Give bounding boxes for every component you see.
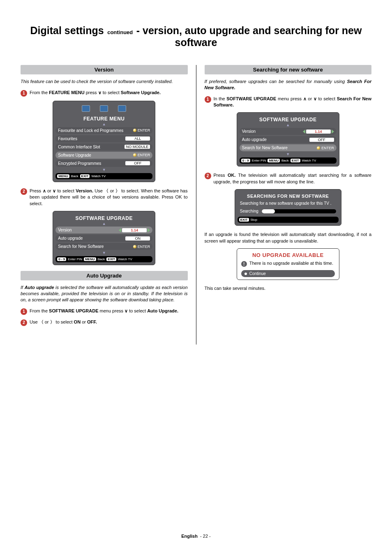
osd-footer: MENUBack EXITWatch TV	[55, 173, 152, 179]
progress-label: Searching	[240, 209, 258, 213]
right-triangle-icon	[332, 130, 334, 134]
osd-value-wrap: 1.14	[119, 228, 150, 232]
tail-text: This can take several minutes.	[205, 286, 372, 291]
exit-key: EXIT	[80, 174, 90, 178]
osd-label: Software Upgrade	[58, 153, 91, 157]
software-upgrade-osd-right: SOFTWARE UPGRADE ▲ Version 1.14 Auto upg…	[237, 112, 339, 166]
osd-row: Search for New SoftwareENTER	[55, 243, 152, 250]
caret-up-icon: ▲	[240, 123, 337, 127]
pin-key: 0 - 9	[57, 257, 66, 261]
osd-row-selected: Software UpgradeENTER	[55, 152, 152, 159]
pin-key: 0 - 9	[241, 159, 250, 162]
menu-key: MENU	[57, 174, 69, 178]
osd-value: ENTER	[133, 128, 150, 132]
txt: or	[81, 319, 87, 324]
progress-row: Searching	[238, 207, 339, 215]
txt: Enter PIN	[252, 159, 266, 162]
txt: ENTER	[321, 146, 334, 150]
step-text: From the FEATURE MENU press ∨ to select …	[30, 90, 188, 97]
txt-bold: FEATURE MENU	[49, 90, 85, 95]
title-part1: Digital settings	[30, 25, 104, 36]
progress-fill	[262, 209, 275, 213]
osd-title: SEARCHING FOR NEW SOFTWARE	[238, 192, 339, 199]
auto-upgrade-header: Auto Upgrade	[21, 271, 188, 280]
osd-label: Favourite and Lock ed Programmes	[58, 128, 123, 133]
continue-row: Continue	[241, 270, 335, 277]
footer-lang: English	[181, 534, 198, 539]
txt: Back	[98, 257, 105, 261]
osd-row: Common Interface SlotNO MODULE	[55, 143, 152, 150]
osd-row: FavouritesALL	[55, 135, 152, 142]
enter-dot-icon	[317, 146, 320, 150]
txt: menu press	[98, 308, 125, 313]
right-column: Searching for new software If prefered, …	[205, 65, 372, 345]
osd-value: OFF	[309, 138, 334, 142]
txt: Back	[281, 159, 289, 162]
txt: press	[85, 90, 98, 95]
step-text: Press ∧ or ∨ to select Version. Use 〈 or…	[30, 188, 188, 207]
feature-menu-osd: FEATURE MENU ▲ Favourite and Lock ed Pro…	[53, 101, 155, 182]
page-title-block: Digital settings continued - version, au…	[21, 25, 371, 49]
txt: In the	[214, 96, 227, 101]
txt: Enter PIN	[68, 257, 82, 261]
left-triangle-icon	[303, 130, 305, 134]
osd-title: SOFTWARE UPGRADE	[55, 214, 152, 222]
txt-bold: OK.	[228, 173, 236, 178]
searching-text: Searching for a new software upgrade for…	[238, 199, 339, 207]
enter-dot-icon	[133, 153, 136, 157]
txt: Use	[93, 188, 104, 193]
txt: ENTER	[138, 153, 150, 157]
caret-down-icon: ▼	[55, 168, 152, 171]
txt: or	[46, 188, 53, 193]
step-badge-1: 1	[21, 90, 27, 97]
osd-value: ENTER	[133, 245, 150, 249]
txt-bold: SOFTWARE UPGRADE	[226, 96, 276, 101]
enter-dot-icon	[133, 129, 136, 132]
txt: Press	[30, 188, 43, 193]
menu-key: MENU	[84, 257, 96, 261]
version-step-1: 1 From the FEATURE MENU press ∨ to selec…	[21, 90, 188, 97]
osd-tab-icon	[118, 105, 126, 112]
caret-down-icon: ▼	[55, 251, 152, 254]
osd-value: 1.14	[122, 228, 147, 232]
osd-icon-row	[55, 104, 152, 114]
title-continued: continued	[107, 29, 133, 35]
osd-footer: EXITStop	[238, 217, 339, 223]
no-upgrade-body: ! There is no upgrade available at this …	[241, 261, 335, 267]
left-column: Version This feature can be used to chec…	[21, 65, 188, 345]
version-header: Version	[21, 65, 188, 74]
step-text: From the SOFTWARE UPGRADE menu press ∨ t…	[30, 308, 188, 315]
exit-key: EXIT	[106, 257, 116, 261]
txt: to select	[55, 319, 74, 324]
search-step-2: 2 Press OK. The television will automati…	[205, 172, 372, 185]
right-arrow-icon: 〉	[115, 188, 120, 194]
two-column-layout: Version This feature can be used to chec…	[21, 65, 371, 345]
page-footer: English - 22 -	[0, 534, 392, 539]
manual-page: Digital settings continued - version, au…	[0, 0, 392, 555]
osd-footer: 0 - 9Enter PIN MENUBack EXITWatch TV	[55, 256, 152, 262]
step-badge-2: 2	[205, 173, 211, 179]
txt: menu press	[276, 96, 303, 101]
osd-label: Encrypted Programmes	[58, 161, 101, 166]
osd-value: OFF	[125, 161, 150, 165]
up-arrow-icon: ∧	[303, 96, 307, 102]
auto-step-2: 2 Use 〈 or 〉 to select ON or OFF.	[21, 319, 188, 326]
txt: or	[108, 188, 115, 193]
txt: From the	[30, 308, 49, 313]
txt: to select	[101, 90, 121, 95]
down-arrow-icon: ∨	[314, 96, 317, 102]
step-badge-1: 1	[21, 308, 27, 315]
osd-label: Search for New Software	[242, 146, 288, 150]
txt: to select	[128, 308, 147, 313]
right-triangle-icon	[148, 228, 150, 232]
txt: Watch TV	[91, 174, 106, 178]
osd-row-selected: Search for New SoftwareENTER	[240, 144, 337, 151]
txt-bold: Auto upgrade	[25, 285, 54, 290]
txt: The television will automatically start …	[214, 173, 371, 184]
footer-page: - 22 -	[200, 534, 211, 539]
progress-bar	[262, 209, 336, 213]
version-step-2: 2 Press ∧ or ∨ to select Version. Use 〈 …	[21, 188, 188, 207]
txt: Watch TV	[118, 257, 132, 261]
result-text: If an upgrade is found the television wi…	[205, 231, 372, 244]
caret-down-icon: ▼	[240, 153, 337, 156]
